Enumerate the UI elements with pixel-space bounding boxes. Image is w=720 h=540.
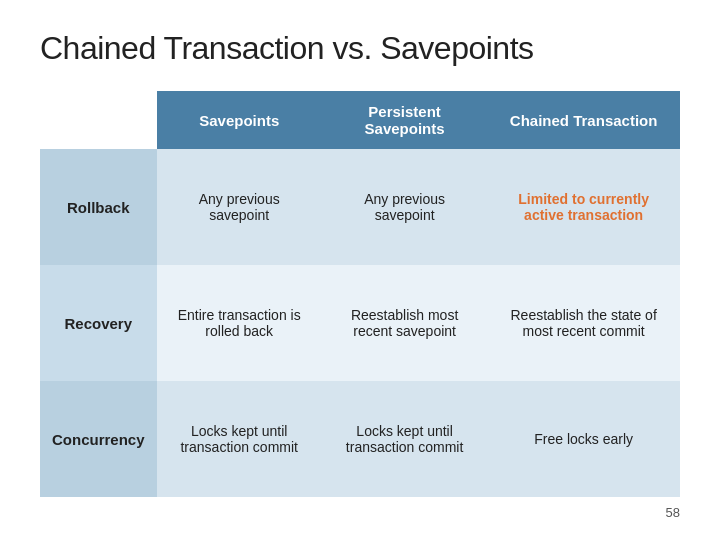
cell-rollback-persistent: Any previous savepoint [322,149,487,265]
page: Chained Transaction vs. Savepoints Savep… [0,0,720,540]
cell-concurrency-chained: Free locks early [487,381,680,497]
cell-rollback-savepoints: Any previous savepoint [157,149,322,265]
cell-recovery-chained: Reestablish the state of most recent com… [487,265,680,381]
table-row: Concurrency Locks kept until transaction… [40,381,680,497]
page-title: Chained Transaction vs. Savepoints [40,30,680,67]
row-label-concurrency: Concurrency [40,381,157,497]
table-row: Recovery Entire transaction is rolled ba… [40,265,680,381]
header-chained-transaction: Chained Transaction [487,91,680,149]
header-persistent-savepoints: Persistent Savepoints [322,91,487,149]
header-empty [40,91,157,149]
header-row: Savepoints Persistent Savepoints Chained… [40,91,680,149]
row-label-recovery: Recovery [40,265,157,381]
comparison-table: Savepoints Persistent Savepoints Chained… [40,91,680,497]
row-label-rollback: Rollback [40,149,157,265]
cell-recovery-savepoints: Entire transaction is rolled back [157,265,322,381]
cell-rollback-chained: Limited to currently active transaction [487,149,680,265]
cell-concurrency-savepoints: Locks kept until transaction commit [157,381,322,497]
page-number: 58 [40,497,680,520]
table-wrapper: Savepoints Persistent Savepoints Chained… [40,91,680,497]
cell-recovery-persistent: Reestablish most recent savepoint [322,265,487,381]
table-row: Rollback Any previous savepoint Any prev… [40,149,680,265]
cell-concurrency-persistent: Locks kept until transaction commit [322,381,487,497]
header-savepoints: Savepoints [157,91,322,149]
